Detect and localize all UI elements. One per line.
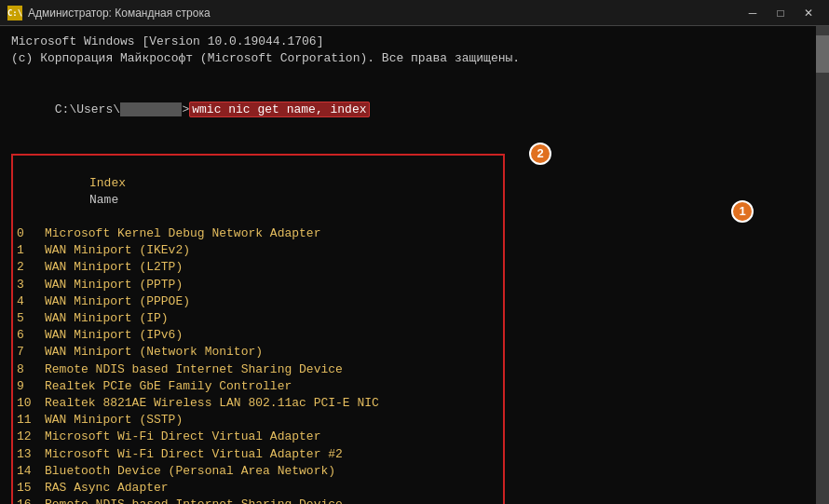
annotation-1: 1	[731, 200, 754, 223]
restore-button[interactable]: □	[768, 4, 794, 22]
window-title: Администратор: Командная строка	[28, 7, 740, 20]
header-line-1: Microsoft Windows [Version 10.0.19044.17…	[11, 34, 805, 50]
table-row: 14Bluetooth Device (Personal Area Networ…	[17, 463, 499, 480]
header-line-2: (с) Корпорация Майкрософт (Microsoft Cor…	[11, 50, 805, 67]
title-bar: C:\ Администратор: Командная строка ─ □ …	[0, 0, 829, 26]
close-button[interactable]: ✕	[795, 4, 822, 22]
scrollbar-thumb[interactable]	[816, 35, 829, 73]
col-name-header: Name	[89, 193, 118, 207]
window-controls: ─ □ ✕	[740, 4, 822, 22]
minimize-button[interactable]: ─	[740, 4, 766, 22]
blank-line-1	[11, 67, 805, 84]
results-container: Index Name 0Microsoft Kernel Debug Netwo…	[11, 152, 514, 504]
annotation-2: 2	[529, 143, 551, 165]
terminal-wrapper: Microsoft Windows [Version 10.0.19044.17…	[0, 26, 829, 504]
results-box: Index Name 0Microsoft Kernel Debug Netwo…	[11, 154, 505, 504]
table-row: 10Realtek 8821AE Wireless LAN 802.11ac P…	[17, 395, 499, 412]
terminal[interactable]: Microsoft Windows [Version 10.0.19044.17…	[0, 26, 816, 504]
table-row: 6WAN Miniport (IPv6)	[17, 327, 499, 344]
table-row: 12Microsoft Wi-Fi Direct Virtual Adapter	[17, 429, 499, 445]
command-text: wmic nic get name, index	[189, 102, 369, 117]
column-headers: Index Name	[17, 157, 499, 225]
table-row: 5WAN Miniport (IP)	[17, 310, 499, 327]
scrollbar[interactable]	[816, 26, 829, 504]
table-row: 7WAN Miniport (Network Monitor)	[17, 344, 499, 361]
data-rows: 0Microsoft Kernel Debug Network Adapter1…	[17, 225, 499, 504]
table-row: 11WAN Miniport (SSTP)	[17, 412, 499, 429]
table-row: 3WAN Miniport (PPTP)	[17, 277, 499, 293]
table-row: 15RAS Async Adapter	[17, 480, 499, 497]
table-row: 2WAN Miniport (L2TP)	[17, 259, 499, 276]
col-index-header: Index	[89, 175, 117, 192]
table-row: 9Realtek PCIe GbE Family Controller	[17, 378, 499, 395]
table-row: 1WAN Miniport (IKEv2)	[17, 242, 499, 259]
table-row: 16Remote NDIS based Internet Sharing Dev…	[17, 497, 499, 504]
table-row: 0Microsoft Kernel Debug Network Adapter	[17, 225, 499, 242]
table-row: 8Remote NDIS based Internet Sharing Devi…	[17, 361, 499, 378]
app-icon: C:\	[7, 6, 22, 20]
prompt-prefix: C:\Users\ >	[55, 102, 189, 116]
table-row: 13Microsoft Wi-Fi Direct Virtual Adapter…	[17, 446, 499, 463]
table-row: 4WAN Miniport (PPPOE)	[17, 293, 499, 310]
command-prompt-line: C:\Users\ >wmic nic get name, index	[11, 85, 805, 153]
